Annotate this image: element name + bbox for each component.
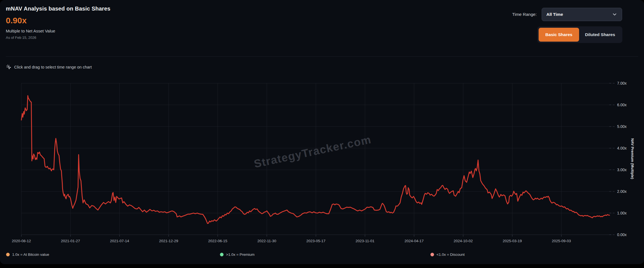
y-tick-label: 7.00x xyxy=(617,81,627,85)
x-tick-label: 2024-04-17 xyxy=(404,239,424,243)
y-tick-label: 2.00x xyxy=(617,189,627,194)
legend-label: 1.0x = At Bitcoin value xyxy=(12,252,49,257)
x-tick-label: 2022-06-15 xyxy=(208,239,227,243)
legend-item-at-value: 1.0x = At Bitcoin value xyxy=(6,252,49,257)
y-tick-label: 6.00x xyxy=(617,103,627,107)
y-tick-label: 5.00x xyxy=(617,124,627,129)
red-dot-icon xyxy=(430,253,434,256)
x-tick-label: 2021-07-14 xyxy=(110,239,129,243)
x-tick-label: 2025-03-19 xyxy=(503,239,522,243)
x-tick-label: 2021-12-29 xyxy=(159,239,178,243)
x-tick-label: 2021-01-27 xyxy=(61,239,80,243)
mnav-series-line xyxy=(21,96,610,224)
chart-legend: 1.0x = At Bitcoin value >1.0x = Premium … xyxy=(0,252,644,261)
x-tick-label: 2023-05-17 xyxy=(306,239,325,243)
y-tick-label: 0.00x xyxy=(617,232,627,237)
chart-gridlines xyxy=(21,83,612,235)
y-tick-label: 1.00x xyxy=(617,211,627,215)
watermark: StrategyTracker.com xyxy=(253,133,372,170)
legend-label: <1.0x = Discount xyxy=(437,252,465,257)
x-tick-label: 2022-11-30 xyxy=(257,239,276,243)
y-tick-label: 4.00x xyxy=(617,146,627,150)
x-tick-label: 2023-11-01 xyxy=(356,239,374,243)
green-dot-icon xyxy=(220,253,224,256)
legend-label: >1.0x = Premium xyxy=(226,252,255,257)
orange-dot-icon xyxy=(6,253,10,256)
legend-item-discount: <1.0x = Discount xyxy=(430,252,465,257)
x-tick-label: 2024-10-02 xyxy=(453,239,473,243)
mnav-analysis-card: mNAV Analysis based on Basic Shares 0.90… xyxy=(0,0,644,264)
chart-ticks: 2020-08-122021-01-272021-07-142021-12-29… xyxy=(12,81,627,243)
y-axis-title: NAV Premium (Multiple) xyxy=(630,138,635,179)
y-tick-label: 3.00x xyxy=(617,168,627,172)
x-tick-label: 2020-08-12 xyxy=(12,239,31,243)
mnav-chart[interactable]: StrategyTracker.com2020-08-122021-01-272… xyxy=(0,0,644,264)
legend-item-premium: >1.0x = Premium xyxy=(220,252,255,257)
x-tick-label: 2025-09-03 xyxy=(552,239,571,243)
